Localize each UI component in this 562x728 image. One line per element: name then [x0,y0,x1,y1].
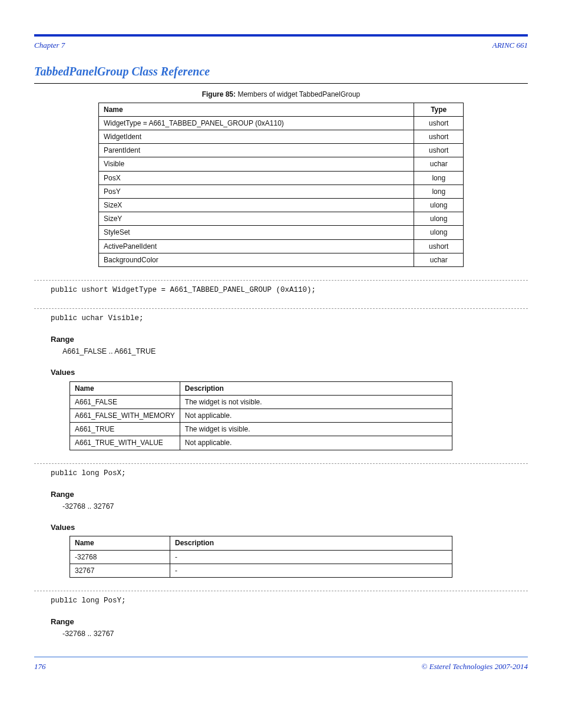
members-row: SizeYulong [99,212,464,226]
members-cell-type: ulong [414,199,464,212]
footer-page: 176 [34,661,46,672]
members-cell-type: ulong [414,212,464,226]
figure-label: Figure 85: [202,90,236,98]
members-row: PosXlong [99,171,464,185]
members-cell-name: Visible [99,157,414,171]
values-cell: Not applicable. [180,409,452,423]
values-cell: A661_TRUE [70,423,180,436]
members-cell-type: ulong [414,226,464,239]
members-row: BackgroundColoruchar [99,253,464,266]
signature: public long PosX; [51,469,528,479]
members-row: Visibleuchar [99,157,464,171]
members-cell-type: long [414,171,464,185]
values-table: NameDescriptionA661_FALSEThe widget is n… [70,381,452,450]
members-row: ParentIdentushort [99,144,464,157]
members-cell-name: WidgetIdent [99,130,414,144]
signature: public ushort WidgetType = A661_TABBED_P… [51,285,528,295]
values-header-row: NameDescription [70,536,452,550]
values-header-row: NameDescription [70,381,452,395]
values-row: A661_TRUEThe widget is visible. [70,423,452,436]
members-cell-name: StyleSet [99,226,414,239]
values-cell: -32768 [70,550,170,564]
values-row: 32767- [70,564,452,577]
entry-divider [34,591,528,591]
values-row: A661_FALSE_WITH_MEMORYNot applicable. [70,409,452,423]
footer-copyright: © Esterel Technologies 2007-2014 [422,661,528,672]
entry-divider [34,463,528,464]
header-right: ARINC 661 [492,40,528,51]
members-cell-type: long [414,185,464,198]
top-rule [34,34,528,37]
figure-desc: Members of widget TabbedPanelGroup [236,90,360,98]
members-row: ActivePanelIdentushort [99,239,464,253]
values-heading: Values [51,367,528,378]
members-cell-type: uchar [414,157,464,171]
members-header-row: Name Type [99,103,464,116]
values-row: -32768- [70,550,452,564]
values-cell: The widget is visible. [180,423,452,436]
members-cell-name: SizeY [99,212,414,226]
values-cell: Not applicable. [180,436,452,450]
members-cell-name: ActivePanelIdent [99,239,414,253]
range-heading: Range [51,334,528,345]
entry-divider [34,308,528,309]
values-header-cell: Description [170,536,452,550]
values-cell: A661_FALSE [70,395,180,409]
range-heading: Range [51,489,528,500]
values-cell: - [170,564,452,577]
range-heading: Range [51,617,528,627]
members-row: PosYlong [99,185,464,198]
members-cell-name: PosY [99,185,414,198]
members-cell-name: SizeX [99,199,414,212]
values-cell: A661_TRUE_WITH_VALUE [70,436,180,450]
members-cell-name: PosX [99,171,414,185]
members-header-type: Type [414,103,464,116]
footer-rule [34,657,528,657]
section-title: TabbedPanelGroup Class Reference [34,64,528,84]
values-table: NameDescription-32768-32767- [70,536,452,578]
members-cell-name: ParentIdent [99,144,414,157]
values-header-cell: Name [70,381,180,395]
range-value: A661_FALSE .. A661_TRUE [62,347,528,357]
values-header-cell: Name [70,536,170,550]
values-row: A661_FALSEThe widget is not visible. [70,395,452,409]
signature: public long PosY; [51,596,528,606]
values-cell: 32767 [70,564,170,577]
values-row: A661_TRUE_WITH_VALUENot applicable. [70,436,452,450]
entry-divider [34,280,528,281]
members-cell-type: uchar [414,253,464,266]
header-left: Chapter 7 [34,40,65,51]
members-header-name: Name [99,103,414,116]
signature: public uchar Visible; [51,314,528,324]
members-row: SizeXulong [99,199,464,212]
members-cell-name: BackgroundColor [99,253,414,266]
values-cell: A661_FALSE_WITH_MEMORY [70,409,180,423]
values-cell: The widget is not visible. [180,395,452,409]
range-value: -32768 .. 32767 [62,629,528,639]
figure-caption: Figure 85: Members of widget TabbedPanel… [34,90,528,99]
header-line: Chapter 7 ARINC 661 [34,40,528,51]
members-cell-type: ushort [414,144,464,157]
members-row: WidgetIdentushort [99,130,464,144]
members-table: Name Type WidgetType = A661_TABBED_PANEL… [98,103,464,267]
members-cell-type: ushort [414,130,464,144]
members-cell-name: WidgetType = A661_TABBED_PANEL_GROUP (0x… [99,116,414,130]
values-cell: - [170,550,452,564]
values-header-cell: Description [180,381,452,395]
footer: 176 © Esterel Technologies 2007-2014 [34,661,528,672]
members-cell-type: ushort [414,116,464,130]
members-row: StyleSetulong [99,226,464,239]
members-row: WidgetType = A661_TABBED_PANEL_GROUP (0x… [99,116,464,130]
range-value: -32768 .. 32767 [62,502,528,512]
values-heading: Values [51,522,528,533]
members-cell-type: ushort [414,239,464,253]
